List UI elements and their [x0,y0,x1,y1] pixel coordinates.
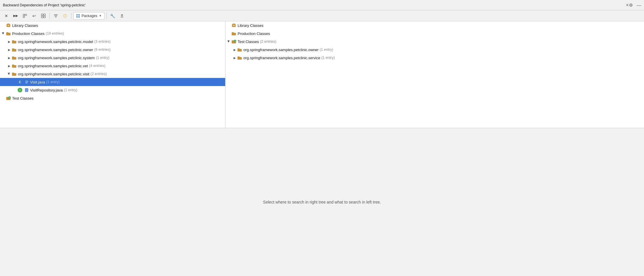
svg-text:T: T [234,40,235,42]
svg-rect-21 [233,24,235,25]
right-test-classes[interactable]: ▶ T Test Classes (2 entries) [225,38,644,46]
right-pkg-service-label: org.springframework.samples.petclinic.se… [243,56,320,60]
right-library-classes[interactable]: Library Classes [225,21,644,29]
test-folder-icon-left: T [6,96,11,101]
wrench-button[interactable]: 🔧 [109,12,117,20]
folder-icon-model [12,39,17,44]
settings-icon[interactable]: ⚙ [629,3,633,8]
svg-rect-11 [78,16,80,18]
left-production-classes-label: Production Classes [12,31,45,36]
right-pkg-owner-count: (1 entry) [320,48,333,52]
right-panel[interactable]: Library Classes Production Classes ▶ T [225,21,644,128]
folder-icon-visit [12,71,17,77]
java-class-icon-visit: C [17,79,23,85]
left-pkg-system-label: org.springframework.samples.petclinic.sy… [18,56,95,60]
close-button[interactable]: ✕ [2,12,10,20]
toolbar: ✕ ▶▶ ↩ Packages ▼ 🔧 [0,10,644,21]
main-content: Library Classes ▶ Production Classes (19… [0,21,644,276]
expand-arrow-owner[interactable]: ▶ [7,47,12,52]
right-folder-icon-owner [237,47,242,52]
svg-rect-4 [44,14,45,16]
title-bar: Backward Dependencies of Project 'spring… [0,0,644,10]
right-library-icon [231,23,236,28]
right-production-classes-label: Production Classes [238,31,270,36]
packages-label: Packages [82,14,97,18]
left-visit-java-count: (1 entry) [46,80,60,84]
left-production-classes-count: (19 entries) [46,31,64,36]
run-button[interactable]: ▶▶ [12,12,20,20]
expand-arrow-test-classes-right[interactable]: ▶ [227,39,231,44]
right-test-classes-label: Test Classes [238,40,259,44]
back-button[interactable]: ↩ [30,12,38,20]
left-visit-repo-java-label: VisitRepository.java [30,88,63,92]
right-library-classes-label: Library Classes [238,23,264,28]
left-pkg-vet[interactable]: ▶ org.springframework.samples.petclinic.… [0,62,225,70]
svg-rect-3 [41,14,43,16]
folder-icon-owner [12,47,17,52]
packages-dropdown[interactable]: Packages ▼ [73,12,104,20]
java-interface-icon: I [17,87,23,93]
export-button[interactable] [118,12,126,20]
main-window: Backward Dependencies of Project 'spring… [0,0,644,276]
left-pkg-owner[interactable]: ▶ org.springframework.samples.petclinic.… [0,46,225,54]
right-pkg-service[interactable]: ▶ org.springframework.samples.petclinic.… [225,54,644,62]
expand-arrow-visit[interactable]: ▶ [7,72,12,76]
expand-arrow-system[interactable]: ▶ [7,55,12,60]
folder-icon-production [6,31,11,36]
left-visit-java[interactable]: C Visit.java (1 entry) [0,78,225,86]
left-library-classes-label: Library Classes [12,23,38,28]
left-test-classes-label: Test Classes [12,96,34,100]
svg-rect-8 [76,14,78,16]
separator-3 [106,13,107,19]
forward-button[interactable] [39,12,47,20]
left-pkg-system[interactable]: ▶ org.springframework.samples.petclinic.… [0,54,225,62]
minimize-icon[interactable]: — [637,3,641,8]
right-folder-icon-production [231,31,236,36]
svg-text:T: T [9,97,10,99]
hint-text: Select where to search in right tree and… [263,200,381,204]
left-pkg-visit-count: (2 entries) [90,72,107,76]
right-test-folder-icon: T [231,39,236,44]
left-visit-java-label: Visit.java [30,80,45,84]
left-test-classes[interactable]: T Test Classes [0,94,225,102]
right-pkg-service-count: (1 entry) [321,56,335,60]
left-pkg-vet-label: org.springframework.samples.petclinic.ve… [18,64,88,68]
left-library-classes[interactable]: Library Classes [0,21,225,29]
expand-arrow-model[interactable]: ▶ [7,39,12,44]
window-title: Backward Dependencies of Project 'spring… [3,3,624,7]
left-pkg-model-label: org.springframework.samples.petclinic.mo… [18,40,93,44]
svg-rect-1 [25,14,27,16]
expand-arrow-production[interactable]: ▶ [1,31,6,36]
svg-rect-5 [41,16,43,18]
bottom-area: Select where to search in right tree and… [0,128,644,276]
split-pane: Library Classes ▶ Production Classes (19… [0,21,644,128]
title-close-icon[interactable]: ✕ [626,3,629,7]
visit-repo-label-spacer [25,88,30,93]
right-pkg-owner[interactable]: ▶ org.springframework.samples.petclinic.… [225,46,644,54]
svg-rect-13 [7,24,10,25]
left-pkg-vet-count: (4 entries) [89,64,105,68]
filter-button[interactable] [52,12,60,20]
svg-rect-6 [44,16,45,18]
expand-arrow-vet[interactable]: ▶ [7,64,12,68]
folder-icon-system [12,55,17,60]
right-production-classes[interactable]: Production Classes [225,29,644,38]
separator-2 [71,13,71,19]
folder-icon-vet [12,63,17,68]
expand-arrow-right-owner[interactable]: ▶ [232,47,237,52]
right-test-classes-count: (2 entries) [260,40,276,44]
left-pkg-visit[interactable]: ▶ org.springframework.samples.petclinic.… [0,70,225,78]
expand-arrow-right-service[interactable]: ▶ [232,55,237,60]
library-icon [6,23,11,28]
chevron-down-icon: ▼ [99,14,102,17]
refresh-button[interactable] [61,12,69,20]
left-production-classes[interactable]: ▶ Production Classes (19 entries) [0,29,225,38]
collapse-button[interactable] [21,12,29,20]
left-pkg-model[interactable]: ▶ org.springframework.samples.petclinic.… [0,38,225,46]
left-pkg-visit-label: org.springframework.samples.petclinic.vi… [18,72,89,76]
right-folder-icon-service [237,55,242,60]
svg-rect-9 [78,14,80,16]
left-panel[interactable]: Library Classes ▶ Production Classes (19… [0,21,225,128]
svg-rect-10 [76,16,78,18]
left-visit-repo-java[interactable]: I VisitRepository.java (1 entry) [0,86,225,94]
